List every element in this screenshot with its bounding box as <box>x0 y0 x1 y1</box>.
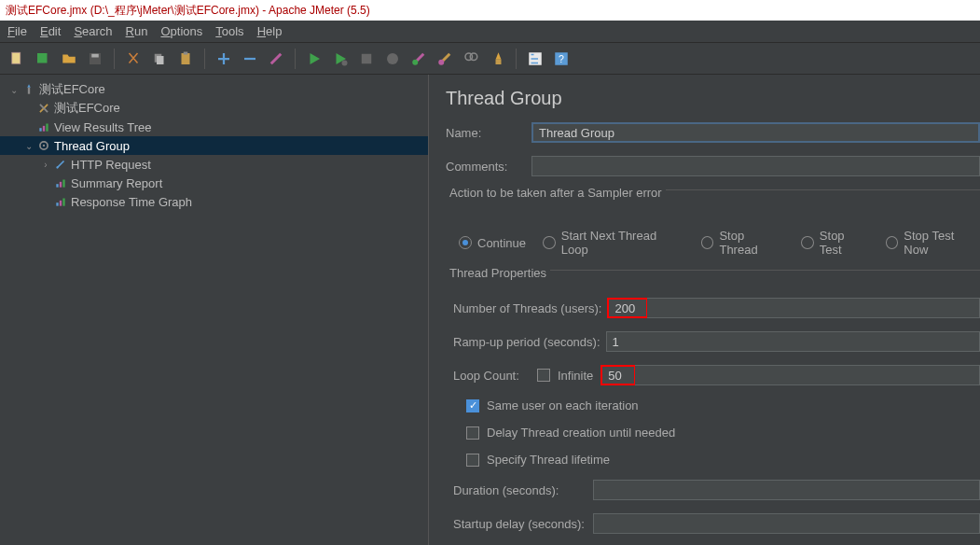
clear-all-icon[interactable] <box>434 48 456 70</box>
gear-icon <box>35 139 52 152</box>
tree-label: 测试EFCore <box>37 81 105 98</box>
delay-thread-label: Delay Thread creation until needed <box>487 426 675 440</box>
templates-icon[interactable] <box>32 48 54 70</box>
svg-rect-7 <box>184 51 188 54</box>
start-no-pause-icon[interactable] <box>329 48 352 70</box>
same-user-label: Same user on each iteration <box>487 398 639 412</box>
stop-icon[interactable] <box>355 48 378 70</box>
tree-response-time-graph[interactable]: Response Time Graph <box>0 192 428 211</box>
thread-props-legend: Thread Properties <box>446 266 550 280</box>
rampup-label: Ramp-up period (seconds): <box>453 335 600 349</box>
menu-edit[interactable]: Edit <box>40 24 61 38</box>
panel-heading: Thread Group <box>446 88 980 109</box>
radio-label: Start Next Thread Loop <box>561 229 684 257</box>
open-icon[interactable] <box>58 48 80 70</box>
radio-start-next[interactable]: Start Next Thread Loop <box>543 229 684 257</box>
toolbar: ? <box>0 43 980 75</box>
clear-icon[interactable] <box>407 48 430 70</box>
specify-lifetime-checkbox[interactable] <box>466 454 479 467</box>
loop-count-input[interactable] <box>600 365 636 385</box>
save-icon[interactable] <box>84 48 106 70</box>
paste-icon[interactable] <box>174 48 197 70</box>
tree-thread-group[interactable]: ⌄ Thread Group <box>0 136 428 155</box>
start-icon[interactable] <box>303 48 325 70</box>
separator <box>295 49 296 69</box>
duration-label: Duration (seconds): <box>453 483 593 497</box>
help-icon[interactable]: ? <box>550 48 573 70</box>
svg-rect-21 <box>43 126 45 132</box>
tree-summary-report[interactable]: Summary Report <box>0 174 428 192</box>
duration-input <box>593 480 980 500</box>
infinite-checkbox[interactable] <box>537 369 550 382</box>
new-icon[interactable] <box>6 48 28 70</box>
tree-root[interactable]: ⌄ 测试EFCore <box>0 80 428 99</box>
rampup-input[interactable] <box>606 331 980 352</box>
menu-tools[interactable]: Tools <box>215 24 243 38</box>
infinite-label: Infinite <box>558 369 593 383</box>
svg-text:?: ? <box>559 52 564 63</box>
titlebar: 测试EFCore.jmx (D:\_程序\jMeter\测试EFCore.jmx… <box>0 0 980 21</box>
collapse-chevron-icon[interactable]: ⌄ <box>22 141 35 151</box>
expand-icon[interactable] <box>213 48 235 70</box>
tree-label: Summary Report <box>69 176 162 190</box>
radio-continue[interactable]: Continue <box>459 236 526 250</box>
loop-count-input-ext[interactable] <box>635 365 980 385</box>
tree-label: Thread Group <box>52 139 130 153</box>
svg-rect-15 <box>496 59 502 63</box>
menu-file[interactable]: File <box>7 24 27 38</box>
svg-rect-22 <box>46 124 48 132</box>
svg-point-11 <box>412 59 418 64</box>
shutdown-icon[interactable] <box>381 48 404 70</box>
comments-input[interactable] <box>531 156 980 176</box>
toggle-icon[interactable] <box>265 48 287 70</box>
specify-lifetime-label: Specify Thread lifetime <box>487 453 610 467</box>
tree-label: 测试EFCore <box>52 100 120 117</box>
radio-label: Continue <box>477 236 526 250</box>
results-icon <box>35 120 52 133</box>
collapse-chevron-icon[interactable]: ⌄ <box>7 85 21 95</box>
menu-options[interactable]: Options <box>160 24 202 38</box>
radio-label: Stop Test <box>820 229 869 257</box>
search-icon[interactable] <box>460 48 482 70</box>
radio-stop-test[interactable]: Stop Test <box>801 229 868 257</box>
svg-rect-28 <box>62 180 64 188</box>
comments-label: Comments: <box>446 160 531 174</box>
num-threads-input[interactable] <box>607 298 648 318</box>
svg-point-12 <box>438 59 444 64</box>
menubar: File Edit Search Run Options Tools Help <box>0 21 980 43</box>
svg-rect-9 <box>362 53 372 63</box>
num-threads-label: Number of Threads (users): <box>453 301 601 315</box>
radio-label: Stop Thread <box>719 229 784 257</box>
startup-delay-label: Startup delay (seconds): <box>453 517 593 531</box>
menu-search[interactable]: Search <box>74 24 112 38</box>
menu-help[interactable]: Help <box>257 24 283 38</box>
tree-label: View Results Tree <box>52 120 152 134</box>
action-legend: Action to be taken after a Sampler error <box>446 186 666 200</box>
cut-icon[interactable] <box>122 48 145 70</box>
radio-stop-test-now[interactable]: Stop Test Now <box>886 229 980 257</box>
copy-icon[interactable] <box>148 48 171 70</box>
tree-child-setup[interactable]: 测试EFCore <box>0 99 428 118</box>
testplan-icon <box>21 83 37 96</box>
tree-label: Response Time Graph <box>69 195 192 209</box>
tree-http-request[interactable]: › HTTP Request <box>0 155 428 174</box>
delay-thread-checkbox[interactable] <box>466 426 479 440</box>
expand-chevron-icon[interactable]: › <box>39 160 52 170</box>
collapse-icon[interactable] <box>239 48 261 70</box>
svg-rect-1 <box>37 53 48 63</box>
tree-label: HTTP Request <box>69 158 151 172</box>
menu-run[interactable]: Run <box>126 24 148 38</box>
svg-rect-0 <box>12 52 21 63</box>
chart-icon <box>52 195 69 208</box>
broom-icon[interactable] <box>486 48 508 70</box>
wrench-icon <box>35 102 52 115</box>
function-icon[interactable] <box>524 48 546 70</box>
num-threads-input-ext[interactable] <box>647 298 980 318</box>
svg-rect-29 <box>56 203 58 206</box>
name-input[interactable] <box>531 122 980 143</box>
radio-stop-thread[interactable]: Stop Thread <box>701 229 784 257</box>
tree-view-results[interactable]: View Results Tree <box>0 118 428 136</box>
same-user-checkbox[interactable] <box>466 399 479 412</box>
pipette-icon <box>52 158 69 171</box>
svg-point-14 <box>470 53 477 61</box>
